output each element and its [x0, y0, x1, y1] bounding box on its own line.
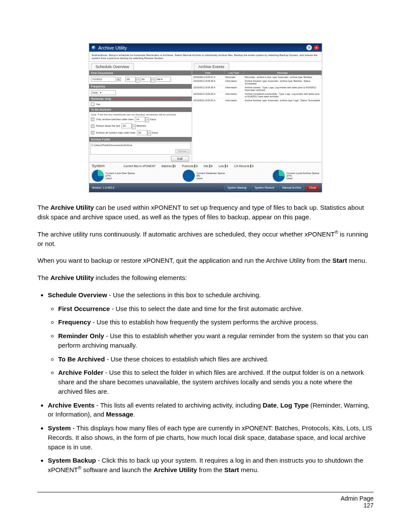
ampm-select[interactable]: AM ▾ [156, 77, 171, 82]
list-item: Archive Folder - Use this to select the … [58, 368, 374, 396]
archive-folder-path-box: C:\Users\Public\Documents\Archive Browse [90, 143, 191, 155]
app-icon [92, 46, 96, 50]
events-table: Date Log Type Message 10/19/2011 8:00:27… [192, 71, 322, 102]
hour-stepper[interactable]: ▲▼ [136, 78, 140, 83]
list-item: To Be Archived - Use these choices to es… [58, 355, 374, 364]
minute-stepper[interactable]: ▲▼ [151, 78, 155, 83]
minute-input[interactable]: 00 [140, 77, 151, 82]
frequency-select[interactable]: Daily ▾ [91, 90, 116, 95]
to-be-archived-note: Note: If the first two checkboxes are no… [91, 113, 190, 116]
paragraph: The archive utility runs continuously. I… [37, 230, 374, 249]
system-backup-button[interactable]: System Backup [224, 185, 250, 190]
paragraph: The Archive Utility includes the followi… [37, 273, 374, 283]
system-logs-checkbox[interactable]: ✓ [91, 131, 94, 134]
reminder-warning: (Warning: Archive will not occur and mus… [113, 97, 190, 100]
archive-chart: Current Local Archive Space 27% Used [273, 170, 319, 182]
manual-archive-button[interactable]: Manual Archive [279, 185, 304, 190]
browse-button[interactable]: Browse [175, 149, 190, 153]
archive-utility-screenshot: Archive Utility ? × Instructions: Setup … [89, 43, 322, 193]
system-logs-value[interactable]: 30 [137, 130, 147, 135]
table-row: 10/19/2011 8:00:30 AInformationArchive s… [192, 86, 322, 92]
table-row: 10/19/2011 8:00:31 AInformationArchive f… [192, 99, 322, 103]
to-be-archived-header: To Be Archived [89, 107, 192, 112]
table-row: 10/19/2011 8:00:30 AInformationArchive c… [192, 92, 322, 99]
col-message: Message [243, 71, 321, 75]
lis-count: 0 [250, 165, 254, 168]
reminder-only-header: Reminder Only (Warning: Archive will not… [89, 96, 192, 101]
list-item: Frequency - Use this to establish how fr… [58, 317, 374, 327]
calendar-icon[interactable]: ▦ [117, 77, 121, 81]
list-item: First Occurrence - Use this to select th… [58, 304, 374, 314]
date-input[interactable]: 7/1/2011 [91, 77, 116, 82]
table-row: 10/19/2011 8:00:27 AReminderReminder - a… [192, 75, 322, 79]
col-log-type: Log Type [224, 71, 243, 75]
list-item: Schedule Overview - Use the selections i… [48, 290, 374, 396]
list-item: System - This displays how many files of… [48, 423, 374, 451]
edit-button[interactable]: Edit [171, 156, 189, 162]
tab-archive-events[interactable]: Archive Events [194, 63, 229, 70]
only-batches-value[interactable]: 14 [135, 117, 145, 122]
archive-folder-path: C:\Users\Public\Documents\Archive [91, 144, 132, 146]
db-chart: Current Database Space 0% Used [183, 170, 225, 182]
paragraph: The Archive Utility can be used within x… [37, 203, 374, 222]
lots-count: 0 [225, 165, 228, 168]
system-label: System [92, 164, 105, 168]
page-footer: Admin Page 127 [37, 492, 374, 509]
reminder-yes-label: Yes [96, 103, 100, 106]
batches-count: 0 [173, 165, 176, 168]
footer-section-label: Admin Page [37, 495, 374, 502]
close-button[interactable]: Close [306, 185, 319, 190]
system-logs-stepper[interactable]: ▲▼ [147, 131, 151, 136]
only-batches-checkbox[interactable]: ✓ [91, 118, 94, 121]
first-occurrence-header: First Occurrence [89, 71, 192, 75]
keep-last-checkbox[interactable]: ✓ [91, 124, 94, 128]
tab-schedule-overview[interactable]: Schedule Overview [91, 63, 134, 70]
instructions-text: Setup a schedule for Automatic Reminders… [92, 53, 318, 59]
protocols-count: 0 [194, 165, 198, 168]
system-panel: System Current files in xPONENT Batches0… [89, 162, 322, 183]
only-batches-stepper[interactable]: ▲▼ [145, 117, 149, 122]
files-in-xponent-label: Current files in xPONENT [124, 165, 156, 168]
close-icon[interactable]: × [314, 45, 319, 50]
list-item: Reminder Only - Use this to establish wh… [58, 331, 374, 350]
pie-chart-icon [273, 170, 285, 182]
events-panel: Archive Events Date Log Type Message 10/… [192, 62, 322, 162]
keep-last-stepper[interactable]: ▲▼ [132, 124, 136, 129]
list-item: System Backup - Click this to back up yo… [48, 456, 374, 475]
version-label: Version: 1.0.493.0 [92, 186, 114, 189]
instructions-label: Instructions: [92, 53, 108, 56]
list-item: Archive Events - This lists all events r… [48, 401, 374, 420]
system-restore-button[interactable]: System Restore [252, 185, 277, 190]
footer-bar: Version: 1.0.493.0 System Backup System … [89, 183, 322, 192]
help-icon[interactable]: ? [306, 45, 312, 50]
kits-count: 0 [209, 165, 213, 168]
disk-chart: Current Local Disk Space 27% Used [92, 170, 135, 182]
col-date: Date [192, 71, 224, 75]
hour-input[interactable]: 08 [125, 77, 136, 82]
instructions-bar: Instructions: Setup a schedule for Autom… [89, 52, 322, 62]
window-title: Archive Utility [98, 45, 127, 50]
pie-chart-icon [183, 170, 195, 182]
frequency-header: Frequency [89, 84, 192, 89]
table-row: 10/19/2011 8:00:30 AInformationArchive f… [192, 79, 322, 86]
paragraph: When you want to backup or restore xPONE… [37, 256, 374, 265]
pie-chart-icon [92, 170, 104, 182]
keep-last-value[interactable]: 20 [121, 123, 132, 128]
footer-page-number: 127 [37, 502, 374, 509]
reminder-yes-checkbox[interactable]: ✓ [91, 103, 94, 106]
schedule-panel: Schedule Overview First Occurrence 7/1/2… [89, 62, 192, 162]
window-titlebar: Archive Utility ? × [89, 44, 322, 52]
archive-folder-header: Archive Folder [89, 137, 192, 142]
